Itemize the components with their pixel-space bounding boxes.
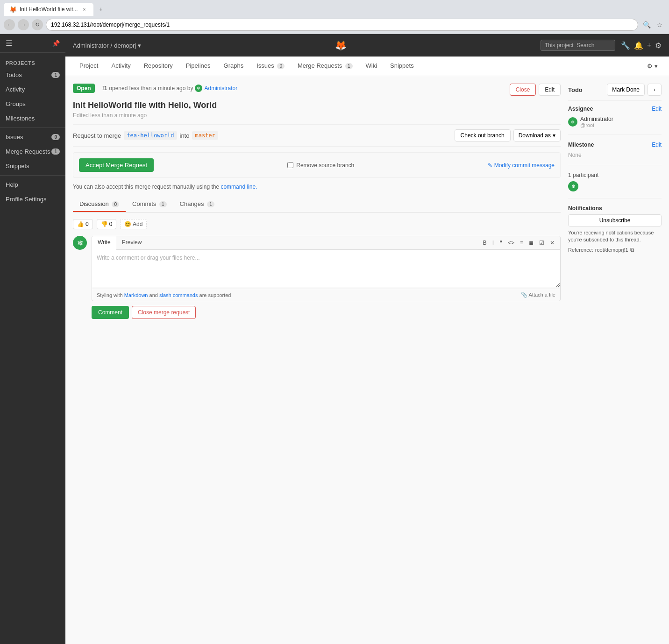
close-merge-request-button[interactable]: Close merge request xyxy=(132,306,196,319)
sidebar-item-todos[interactable]: Todos 1 xyxy=(0,68,65,82)
wrench-icon[interactable]: 🔧 xyxy=(621,41,630,50)
search-icon[interactable]: 🔍 xyxy=(641,19,652,30)
sidebar-toggle-button[interactable]: ☰ xyxy=(6,39,12,48)
breadcrumb-project[interactable]: demoprj xyxy=(114,42,136,49)
search-input[interactable] xyxy=(541,40,615,51)
new-tab[interactable]: + xyxy=(95,3,106,15)
reference-value: root/demoprj!1 xyxy=(595,247,628,253)
nav-snippets[interactable]: Snippets xyxy=(384,57,420,76)
nav-repository[interactable]: Repository xyxy=(137,57,179,76)
sidebar-item-merge-requests[interactable]: Merge Requests 1 xyxy=(0,144,65,159)
todo-section: Todo Mark Done › xyxy=(568,84,662,96)
modify-commit-link[interactable]: ✎ Modify commit message xyxy=(488,162,555,169)
add-reaction-button[interactable]: 😊 Add xyxy=(120,219,147,229)
nav-activity[interactable]: Activity xyxy=(105,57,137,76)
thumbsdown-reaction[interactable]: 👎 0 xyxy=(97,219,117,229)
attach-file-button[interactable]: 📎 Attach a file xyxy=(521,292,555,298)
nav-wiki[interactable]: Wiki xyxy=(359,57,384,76)
add-icon[interactable]: + xyxy=(647,41,651,50)
quote-button[interactable]: ❝ xyxy=(498,239,504,247)
address-bar[interactable] xyxy=(46,19,638,31)
close-mr-button[interactable]: Close xyxy=(510,84,536,96)
nav-graphs[interactable]: Graphs xyxy=(217,57,250,76)
comment-footer: Styling with Markdown and slash commands… xyxy=(92,289,560,301)
sidebar-item-groups[interactable]: Groups xyxy=(0,97,65,111)
mr-author[interactable]: Administrator xyxy=(204,85,237,92)
mr-avatar-small: ❄ xyxy=(195,85,202,92)
nav-forward-button[interactable]: → xyxy=(18,19,29,30)
unsubscribe-button[interactable]: Unsubscribe xyxy=(568,214,662,226)
bold-button[interactable]: B xyxy=(481,239,489,247)
sidebar-item-milestones[interactable]: Milestones xyxy=(0,111,65,126)
sidebar-item-profile-settings[interactable]: Profile Settings xyxy=(0,192,65,206)
edit-mr-button[interactable]: Edit xyxy=(539,84,561,96)
nav-refresh-button[interactable]: ↻ xyxy=(32,19,43,30)
breadcrumb: Administrator / demoprj ▾ xyxy=(73,42,141,49)
bullet-list-button[interactable]: ≡ xyxy=(518,239,525,247)
project-settings-icon[interactable]: ⚙ ▾ xyxy=(643,57,662,75)
comment-tab-write[interactable]: Write xyxy=(92,236,116,250)
slash-commands-link[interactable]: slash commands xyxy=(159,292,198,298)
code-button[interactable]: <> xyxy=(506,239,516,247)
nav-issues[interactable]: Issues 0 xyxy=(250,57,291,76)
checkout-branch-button[interactable]: Check out branch xyxy=(455,129,511,142)
accept-options: Remove source branch xyxy=(287,162,354,169)
accept-merge-request-button[interactable]: Accept Merge Request xyxy=(79,158,154,172)
numbered-list-button[interactable]: ≣ xyxy=(527,239,535,247)
comment-textarea[interactable] xyxy=(92,250,560,287)
download-dropdown-icon: ▾ xyxy=(553,132,555,139)
download-button[interactable]: Download as ▾ xyxy=(513,129,561,142)
tab-discussion[interactable]: Discussion 0 xyxy=(73,197,126,212)
sidebar-item-snippets[interactable]: Snippets xyxy=(0,159,65,173)
collapse-button[interactable]: › xyxy=(648,84,662,96)
mr-meta: !1 opened less than a minute ago by ❄ Ad… xyxy=(102,85,510,92)
comment-tab-preview[interactable]: Preview xyxy=(116,236,148,249)
breadcrumb-separator: / xyxy=(111,42,113,49)
milestone-header: Milestone Edit xyxy=(568,142,662,148)
tab-title: Init HelloWorld file wit... xyxy=(20,6,78,13)
smiley-icon: 😊 xyxy=(124,221,131,227)
assignee-edit-link[interactable]: Edit xyxy=(652,106,662,112)
participants-count: 1 participant xyxy=(568,172,662,178)
milestone-edit-link[interactable]: Edit xyxy=(652,142,662,148)
active-tab[interactable]: 🦊 Init HelloWorld file wit... × xyxy=(4,3,93,16)
assignee-info: ❄ Administrator @root xyxy=(568,116,662,128)
nav-project[interactable]: Project xyxy=(73,57,105,76)
nav-merge-requests[interactable]: Merge Requests 1 xyxy=(291,57,359,76)
bookmark-icon[interactable]: ☆ xyxy=(654,19,665,30)
mr-title: Init HelloWorld file with Hello, World xyxy=(73,100,561,110)
accept-section: Accept Merge Request Remove source branc… xyxy=(73,152,561,178)
command-line-link[interactable]: command line. xyxy=(221,184,257,190)
tab-close-button[interactable]: × xyxy=(80,6,88,13)
nav-back-button[interactable]: ← xyxy=(4,19,15,30)
breadcrumb-dropdown-icon[interactable]: ▾ xyxy=(138,42,141,49)
close-toolbar-button[interactable]: ✕ xyxy=(548,239,556,247)
bell-icon[interactable]: 🔔 xyxy=(634,41,643,50)
mr-header: Open !1 opened less than a minute ago by… xyxy=(73,84,561,96)
main-content: Open !1 opened less than a minute ago by… xyxy=(65,76,669,326)
mark-done-button[interactable]: Mark Done xyxy=(607,84,645,96)
comment-area: ❄ Write Preview B I xyxy=(73,236,561,319)
target-branch: master xyxy=(192,131,218,140)
sidebar-divider xyxy=(0,127,65,128)
checkbox-button[interactable]: ☑ xyxy=(537,239,546,247)
sidebar-pin-button[interactable]: 📌 xyxy=(52,40,60,47)
tab-commits[interactable]: Commits 1 xyxy=(126,197,173,212)
thumbsup-reaction[interactable]: 👍 0 xyxy=(73,219,93,229)
tab-changes[interactable]: Changes 1 xyxy=(173,197,221,212)
sidebar-item-issues[interactable]: Issues 0 xyxy=(0,130,65,144)
sidebar-item-help[interactable]: Help xyxy=(0,177,65,192)
commenter-avatar: ❄ xyxy=(73,236,87,250)
copy-reference-button[interactable]: ⧉ xyxy=(630,247,634,253)
comment-button[interactable]: Comment xyxy=(92,306,129,319)
mr-title-line: Open !1 opened less than a minute ago by… xyxy=(73,84,510,93)
markdown-link[interactable]: Markdown xyxy=(124,292,148,298)
italic-button[interactable]: I xyxy=(491,239,496,247)
sidebar-item-activity[interactable]: Activity xyxy=(0,82,65,97)
breadcrumb-admin[interactable]: Administrator xyxy=(73,42,109,49)
remove-source-checkbox[interactable] xyxy=(287,162,293,168)
assignee-section: Assignee Edit ❄ Administrator @root xyxy=(568,106,662,135)
nav-pipelines[interactable]: Pipelines xyxy=(179,57,217,76)
settings-icon[interactable]: ⚙ xyxy=(655,41,662,50)
todo-label: Todo xyxy=(568,86,583,93)
